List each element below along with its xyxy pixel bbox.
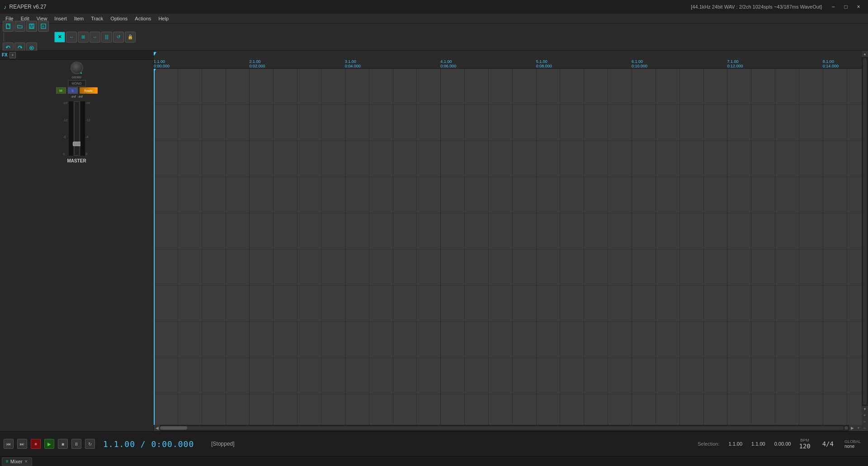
grid-line	[273, 69, 274, 425]
zoom-in-v-button[interactable]: +	[862, 412, 868, 418]
tool-grid-button[interactable]: ⊞	[78, 32, 89, 43]
volume-fader[interactable]	[74, 101, 80, 156]
db-scale-left: -inf -12 -6 0	[63, 101, 67, 156]
transport-status: [Stopped]	[202, 441, 243, 447]
open-file-button[interactable]	[14, 21, 25, 32]
v-scroll-track[interactable]	[863, 58, 867, 405]
save-button[interactable]	[26, 21, 37, 32]
h-scroll-right-button[interactable]: ▶	[849, 425, 855, 431]
h-scroll-thumb[interactable]	[160, 426, 187, 430]
tool-metronome-button[interactable]: |||	[101, 32, 112, 43]
app-title: REAPER v6.27	[9, 4, 47, 10]
h-scroll-track[interactable]	[160, 426, 844, 430]
mixer-tab[interactable]: ≡ Mixer ✕	[2, 457, 32, 466]
mixer-tab-icon: ≡	[6, 459, 9, 464]
grid-line	[416, 69, 417, 425]
route-button[interactable]: Route	[80, 87, 98, 94]
fader-area: -inf -12 -6 0 -inf	[63, 101, 90, 156]
mixer-tab-close[interactable]: ✕	[24, 459, 28, 464]
ruler-mark-7: 7.1.00 0:12.000	[727, 59, 743, 68]
fx-expand-button[interactable]: +	[9, 52, 16, 58]
global-value[interactable]: none	[844, 444, 861, 449]
global-section: GLOBAL none	[841, 439, 864, 449]
h-scroll-left-button[interactable]: ◀	[154, 425, 160, 431]
scroll-indicator	[844, 426, 848, 430]
grid-line	[440, 69, 441, 425]
close-button[interactable]: ×	[853, 2, 864, 11]
ms-buttons: M S Route	[2, 87, 151, 94]
bpm-section: BPM 120	[794, 438, 815, 450]
grid-line	[393, 69, 393, 425]
menu-track[interactable]: Track	[87, 15, 107, 22]
selection-length-item: 0.00.00	[774, 441, 791, 447]
play-button[interactable]: ▶	[44, 439, 54, 449]
zoom-in-h-button[interactable]: +	[855, 425, 862, 431]
grid-line	[321, 69, 321, 425]
svg-marker-6	[6, 47, 8, 48]
svg-marker-7	[20, 47, 22, 48]
mixer-tab-label: Mixer	[10, 459, 23, 464]
menu-bar: File Edit View Insert Item Track Options…	[0, 14, 868, 24]
ruler-mark-3: 3.1.00 0:04.000	[345, 59, 361, 68]
arrange-with-vscroll: 1.1.00 0:00.000 2.1.00 0:02.000 3.1.00 0…	[154, 51, 868, 425]
app-icon: ♪	[4, 4, 7, 10]
go-start-button[interactable]: ⏮	[4, 439, 14, 449]
menu-options[interactable]: Options	[107, 15, 131, 22]
loop-button[interactable]: ↻	[85, 439, 95, 449]
v-scroll-down-button[interactable]: ▼	[862, 406, 868, 412]
menu-actions[interactable]: Actions	[131, 15, 155, 22]
bpm-value[interactable]: 120	[799, 442, 810, 450]
stop-button[interactable]: ■	[58, 439, 68, 449]
solo-button[interactable]: S	[68, 87, 78, 94]
mute-button[interactable]: M	[56, 87, 66, 94]
grid-line	[656, 69, 656, 425]
db-scale-right: -inf -12 -6 0	[86, 101, 90, 156]
menu-help[interactable]: Help	[155, 15, 172, 22]
level-values: -inf -inf	[71, 95, 82, 99]
pause-button[interactable]: ⏸	[71, 439, 81, 449]
time-signature[interactable]: 4/4	[819, 440, 837, 447]
grid-line	[823, 69, 823, 425]
transport-bar: ⏮ ⏭ ● ▶ ■ ⏸ ↻ 1.1.00 / 0:00.000 [Stopped…	[0, 431, 868, 456]
selection-end-item: 1.1.00	[751, 441, 765, 447]
record-button[interactable]: ●	[31, 439, 41, 449]
mixer-panel: FX + center MONO M S Route -inf	[0, 51, 154, 431]
zoom-out-h-button[interactable]: −	[862, 425, 868, 431]
grid-line	[847, 69, 847, 425]
maximize-button[interactable]: □	[840, 2, 852, 11]
pan-label: center	[71, 75, 81, 79]
grid-line	[703, 69, 704, 425]
tool-select-button[interactable]: ↔	[66, 32, 77, 43]
timeline-ruler: 1.1.00 0:00.000 2.1.00 0:02.000 3.1.00 0…	[154, 51, 862, 69]
status-info: [44.1kHz 24bit WAV : 2/2ch 1024spls ~43/…	[691, 4, 822, 10]
toolbar-row-1: A	[3, 21, 49, 53]
tool-repeat-button[interactable]: ↺	[113, 32, 124, 43]
save-as-button[interactable]: A	[38, 21, 49, 32]
fx-bar: FX +	[0, 51, 153, 60]
pan-knob[interactable]	[71, 62, 83, 74]
mono-button[interactable]: MONO	[68, 80, 86, 86]
playhead-marker	[154, 51, 158, 54]
grid-line	[226, 69, 226, 425]
master-label: MASTER	[67, 158, 86, 163]
arrange-wrapper: 1.1.00 0:00.000 2.1.00 0:02.000 3.1.00 0…	[154, 51, 868, 431]
vu-meter-left	[69, 101, 73, 156]
menu-item[interactable]: Item	[71, 15, 87, 22]
svg-rect-0	[6, 24, 10, 29]
bottom-tabs: ≡ Mixer ✕	[0, 456, 868, 466]
go-end-button[interactable]: ⏭	[17, 439, 27, 449]
toolbar: A ✕ ↔ ⊞ ↔ ||| ↺ 🔒	[0, 24, 868, 51]
grid-line	[202, 69, 202, 425]
v-scroll-up-button[interactable]: ▲	[862, 51, 868, 57]
menu-insert[interactable]: Insert	[51, 15, 71, 22]
new-file-button[interactable]	[3, 21, 14, 32]
minimize-button[interactable]: −	[827, 2, 839, 11]
ruler-mark-4: 4.1.00 0:06.000	[440, 59, 456, 68]
grid-line	[584, 69, 584, 425]
tool-lock-button[interactable]: 🔒	[125, 32, 136, 43]
level-left: -inf	[71, 95, 75, 99]
grid-line	[632, 69, 632, 425]
tool-loop-button[interactable]: ↔	[90, 32, 100, 43]
zoom-out-v-button[interactable]: −	[862, 418, 868, 425]
tool-x-button[interactable]: ✕	[54, 32, 65, 43]
